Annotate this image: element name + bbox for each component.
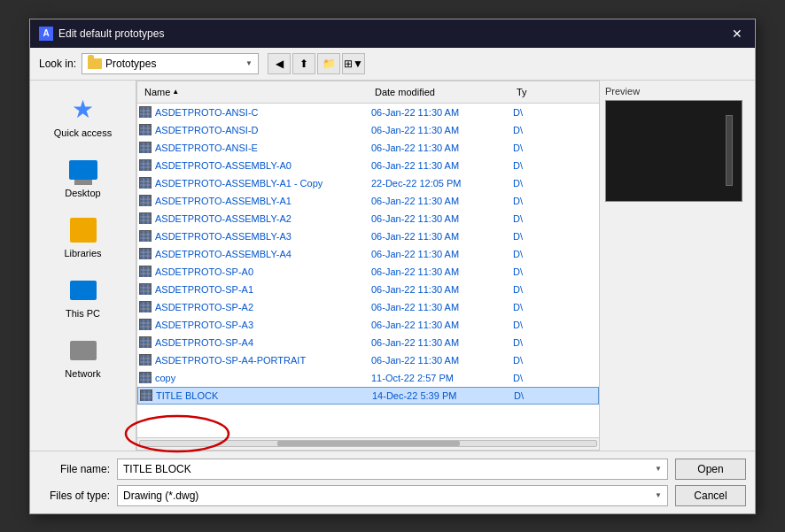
file-type-row: Files of type: Drawing (*.dwg) ▼ Cancel [39,485,746,506]
libraries-icon [66,214,101,246]
file-date: 06-Jan-22 11:30 AM [371,302,513,312]
current-folder-text: Prototypes [105,58,156,70]
sidebar-label-quick-access: Quick access [54,127,112,138]
file-icon [139,319,152,330]
preview-drawing-shape [726,115,733,186]
file-type: D\ [514,390,585,401]
sidebar-item-quick-access[interactable]: ★ Quick access [39,88,128,144]
table-row[interactable]: ASDETPROTO-SP-A4-PORTRAIT06-Jan-22 11:30… [137,351,599,369]
horizontal-scrollbar[interactable] [137,437,599,450]
table-row[interactable]: ASDETPROTO-ASSEMBLY-A206-Jan-22 11:30 AM… [137,210,599,227]
file-type: D\ [513,284,584,295]
network-shape [70,341,97,360]
table-row[interactable]: ASDETPROTO-SP-A206-Jan-22 11:30 AMD\ [137,298,599,316]
file-name: ASDETPROTO-ASSEMBLY-A1 [155,196,371,206]
desktop-shape [69,160,97,180]
file-name-value: TITLE BLOCK [123,463,191,475]
back-button[interactable]: ◀ [268,53,291,74]
table-row[interactable]: ASDETPROTO-ASSEMBLY-A006-Jan-22 11:30 AM… [137,157,599,174]
table-row[interactable]: ASDETPROTO-ASSEMBLY-A106-Jan-22 11:30 AM… [137,192,599,210]
column-header-type[interactable]: Ty [509,85,580,99]
open-button[interactable]: Open [675,459,746,480]
up-button[interactable]: ⬆ [292,53,315,74]
file-name: ASDETPROTO-ANSI-C [155,107,371,118]
file-date: 06-Jan-22 11:30 AM [371,196,513,206]
file-type: D\ [513,373,584,383]
file-type-value: Drawing (*.dwg) [123,490,198,502]
file-name-input[interactable]: TITLE BLOCK ▼ [117,459,668,480]
file-icon [139,124,152,135]
file-name: ASDETPROTO-SP-A1 [155,284,371,295]
table-row[interactable]: copy11-Oct-22 2:57 PMD\ [137,369,599,387]
svg-rect-20 [140,178,151,189]
file-date: 06-Jan-22 11:30 AM [371,160,513,171]
sort-arrow-icon: ▲ [172,88,179,96]
file-name-label: File name: [39,463,110,475]
scrollbar-thumb[interactable] [277,441,460,446]
file-name: ASDETPROTO-SP-A2 [155,302,371,312]
file-type: D\ [513,178,584,189]
file-date: 14-Dec-22 5:39 PM [372,390,514,401]
svg-rect-5 [140,125,151,135]
file-type: D\ [513,302,584,312]
view-button[interactable]: ⊞▼ [342,53,365,74]
file-type-combo-arrow: ▼ [655,491,662,499]
file-date: 06-Jan-22 11:30 AM [371,284,513,295]
table-row[interactable]: ASDETPROTO-ANSI-E06-Jan-22 11:30 AMD\ [137,139,599,157]
column-header-date[interactable]: Date modified [368,85,509,99]
file-name: ASDETPROTO-ANSI-D [155,125,371,135]
file-date: 06-Jan-22 11:30 AM [371,213,513,224]
close-button[interactable]: ✕ [728,25,746,42]
svg-rect-80 [141,390,152,401]
table-row[interactable]: ASDETPROTO-ASSEMBLY-A406-Jan-22 11:30 AM… [137,245,599,263]
file-date: 06-Jan-22 11:30 AM [371,107,513,118]
file-date: 06-Jan-22 11:30 AM [371,143,513,153]
table-row[interactable]: ASDETPROTO-ASSEMBLY-A1 - Copy22-Dec-22 1… [137,174,599,192]
toolbar: Look in: Prototypes ▼ ◀ ⬆ 📁 ⊞▼ [30,48,755,81]
file-icon [139,177,152,189]
quick-access-icon: ★ [66,94,101,126]
svg-rect-45 [140,266,151,277]
sidebar-item-network[interactable]: Network [39,328,128,385]
column-header-name[interactable]: Name ▲ [137,85,368,99]
file-date: 06-Jan-22 11:30 AM [371,355,513,366]
file-date: 06-Jan-22 11:30 AM [371,320,513,330]
file-type: D\ [513,107,584,118]
desktop-icon [66,154,101,186]
file-name: TITLE BLOCK [156,390,372,401]
star-icon: ★ [72,95,94,124]
table-row[interactable]: ASDETPROTO-ANSI-D06-Jan-22 11:30 AMD\ [137,121,599,139]
svg-rect-30 [140,213,151,224]
sidebar-item-this-pc[interactable]: This PC [39,268,128,325]
preview-panel: Preview [600,81,755,451]
table-row[interactable]: TITLE BLOCK14-Dec-22 5:39 PMD\ [137,387,599,405]
svg-rect-0 [140,107,151,118]
table-row[interactable]: ASDETPROTO-ANSI-C06-Jan-22 11:30 AMD\ [137,104,599,121]
file-list-area: Name ▲ Date modified Ty ASDETPROTO-ANSI-… [136,81,600,451]
look-in-combo[interactable]: Prototypes ▼ [82,53,259,74]
table-row[interactable]: ASDETPROTO-SP-A106-Jan-22 11:30 AMD\ [137,281,599,298]
file-type-combo[interactable]: Drawing (*.dwg) ▼ [117,485,668,506]
cancel-button[interactable]: Cancel [675,485,746,506]
network-icon [66,335,101,366]
table-row[interactable]: ASDETPROTO-SP-A006-Jan-22 11:30 AMD\ [137,263,599,281]
file-type: D\ [513,355,584,366]
file-date: 06-Jan-22 11:30 AM [371,249,513,259]
file-icon [139,195,152,206]
preview-label: Preview [605,86,750,96]
table-row[interactable]: ASDETPROTO-SP-A406-Jan-22 11:30 AMD\ [137,334,599,351]
sidebar-item-desktop[interactable]: Desktop [39,148,128,204]
toolbar-buttons: ◀ ⬆ 📁 ⊞▼ [268,53,365,74]
new-folder-button[interactable]: 📁 [317,53,340,74]
file-icon [139,159,152,171]
table-row[interactable]: ASDETPROTO-ASSEMBLY-A306-Jan-22 11:30 AM… [137,227,599,245]
file-name: ASDETPROTO-ASSEMBLY-A0 [155,160,371,171]
file-icon [139,266,152,277]
file-type: D\ [513,266,584,277]
file-date: 11-Oct-22 2:57 PM [371,373,513,383]
sidebar-item-libraries[interactable]: Libraries [39,208,128,265]
dialog-title: Edit default prototypes [58,27,164,40]
file-name: ASDETPROTO-ASSEMBLY-A4 [155,249,371,259]
file-list-scroll[interactable]: ASDETPROTO-ANSI-C06-Jan-22 11:30 AMD\ASD… [137,104,599,437]
table-row[interactable]: ASDETPROTO-SP-A306-Jan-22 11:30 AMD\ [137,316,599,334]
